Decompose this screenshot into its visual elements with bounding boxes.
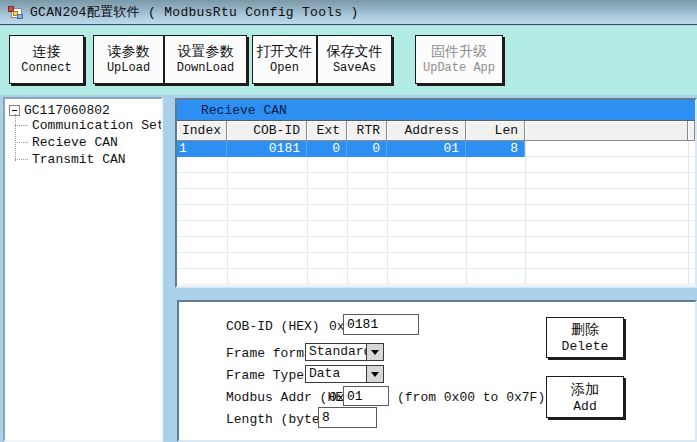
column-header-filler-end [688, 121, 695, 141]
upload-button-en: UpLoad [107, 61, 150, 76]
table-header-row: Index COB-ID Ext RTR Address Len [177, 121, 695, 141]
tree-root-row[interactable]: GC117060802 [9, 102, 110, 118]
column-header-len[interactable]: Len [466, 121, 525, 141]
window-title: GCAN204配置软件 ( ModbusRtu Config Tools ) [30, 3, 359, 21]
delete-button-zh: 删除 [571, 321, 599, 339]
upload-button-zh: 读参数 [108, 43, 150, 61]
cell-address: 01 [387, 141, 466, 157]
cell-cob-id: 0181 [227, 141, 307, 157]
tree-item-transmit-can[interactable]: Transmit CAN [32, 152, 126, 168]
toolbar: 连接 Connect 读参数 UpLoad 设置参数 DownLoad 打开文件… [0, 26, 697, 95]
column-header-index[interactable]: Index [177, 121, 227, 141]
tree-item-communication-set[interactable]: Communication Set [32, 118, 163, 134]
column-header-address[interactable]: Address [387, 121, 466, 141]
frame-format-value: Standard [306, 344, 366, 360]
upload-button[interactable]: 读参数 UpLoad [93, 35, 164, 84]
download-button-en: DownLoad [177, 61, 235, 76]
recieve-can-table: Recieve CAN Index COB-ID Ext RTR Address… [175, 98, 697, 288]
chevron-down-icon[interactable] [366, 366, 383, 382]
column-header-cob-id[interactable]: COB-ID [227, 121, 307, 141]
length-label: Length (byte) [226, 412, 327, 427]
save-as-button[interactable]: 保存文件 SaveAs [317, 35, 392, 84]
delete-button-en: Delete [562, 339, 609, 354]
frame-type-select[interactable]: Data [305, 365, 384, 383]
add-button-zh: 添加 [571, 381, 599, 399]
tree-connector-line [15, 114, 16, 161]
tree-item-recieve-can[interactable]: Recieve CAN [32, 135, 118, 151]
connect-button[interactable]: 连接 Connect [9, 35, 84, 84]
cell-len: 8 [466, 141, 525, 157]
table-row[interactable]: 1 0181 0 0 01 8 [177, 141, 525, 157]
delete-button[interactable]: 删除 Delete [546, 317, 624, 358]
open-file-button[interactable]: 打开文件 Open [252, 35, 317, 84]
edit-form-panel: COB-ID (HEX) 0x Frame format Standard Fr… [177, 300, 697, 442]
cell-rtr: 0 [347, 141, 387, 157]
app-window: GCAN204配置软件 ( ModbusRtu Config Tools ) 连… [0, 0, 697, 442]
add-button-en: Add [573, 399, 596, 414]
download-button[interactable]: 设置参数 DownLoad [164, 35, 247, 84]
column-header-rtr[interactable]: RTR [347, 121, 387, 141]
tree-root-label: GC117060802 [24, 103, 110, 118]
column-header-ext[interactable]: Ext [307, 121, 347, 141]
update-app-button-en: UpDate App [423, 61, 495, 76]
window-titlebar[interactable]: GCAN204配置软件 ( ModbusRtu Config Tools ) [0, 0, 697, 25]
modbus-addr-input[interactable] [343, 386, 389, 406]
frame-type-value: Data [306, 366, 366, 382]
frame-type-label: Frame Type [226, 368, 304, 383]
download-button-zh: 设置参数 [178, 43, 234, 61]
cell-index: 1 [177, 141, 227, 157]
column-header-filler [525, 121, 688, 141]
frame-format-select[interactable]: Standard [305, 343, 384, 361]
chevron-down-icon[interactable] [366, 344, 383, 360]
save-as-button-zh: 保存文件 [327, 43, 383, 61]
table-caption: Recieve CAN [177, 100, 695, 121]
update-app-button-zh: 固件升级 [431, 43, 487, 61]
open-file-button-zh: 打开文件 [257, 43, 313, 61]
modbus-addr-hint: (from 0x00 to 0x7F) [397, 390, 545, 405]
device-tree: GC117060802 Communication Set Recieve CA… [3, 97, 163, 442]
update-app-button[interactable]: 固件升级 UpDate App [415, 35, 503, 84]
connect-button-zh: 连接 [33, 43, 61, 61]
app-icon[interactable] [8, 5, 23, 20]
cob-id-label: COB-ID (HEX) [226, 319, 320, 334]
save-as-button-en: SaveAs [333, 61, 376, 76]
connect-button-en: Connect [21, 61, 71, 76]
cob-id-input[interactable] [343, 314, 419, 335]
length-input[interactable] [318, 407, 377, 428]
add-button[interactable]: 添加 Add [546, 376, 624, 418]
table-body: 1 0181 0 0 01 8 [177, 141, 695, 286]
cell-ext: 0 [307, 141, 347, 157]
open-file-button-en: Open [270, 61, 299, 76]
